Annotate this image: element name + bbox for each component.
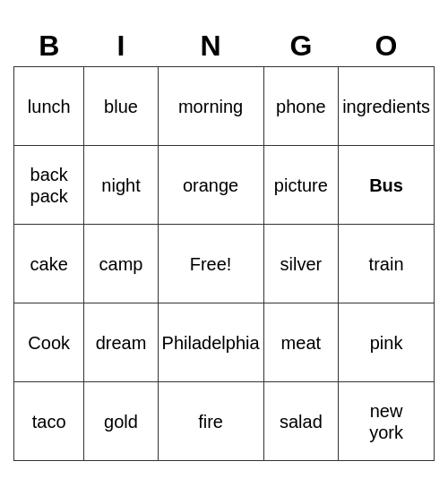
cell-r4-c3: salad — [263, 382, 339, 461]
cell-r1-c1: night — [84, 146, 158, 225]
bingo-row: CookdreamPhiladelphiameatpink — [14, 303, 435, 382]
cell-r4-c4: newyork — [339, 382, 435, 461]
cell-r4-c2: fire — [158, 382, 263, 461]
cell-r3-c0: Cook — [14, 303, 84, 382]
cell-r1-c4: Bus — [339, 146, 435, 225]
cell-r0-c3: phone — [263, 67, 339, 146]
bingo-row: lunchbluemorningphoneingredients — [14, 67, 435, 146]
cell-r2-c3: silver — [263, 225, 339, 303]
header-b: B — [14, 26, 84, 67]
cell-r2-c2: Free! — [158, 225, 263, 303]
header-n: N — [158, 26, 263, 67]
cell-r1-c0: backpack — [14, 146, 84, 225]
cell-r2-c1: camp — [84, 225, 158, 303]
bingo-body: lunchbluemorningphoneingredientsbackpack… — [14, 67, 435, 461]
cell-r0-c0: lunch — [14, 67, 84, 146]
cell-r2-c4: train — [339, 225, 435, 303]
cell-r3-c1: dream — [84, 303, 158, 382]
cell-r3-c3: meat — [263, 303, 339, 382]
header-g: G — [263, 26, 339, 67]
cell-r2-c0: cake — [14, 225, 84, 303]
cell-r3-c4: pink — [339, 303, 435, 382]
cell-r0-c2: morning — [158, 67, 263, 146]
cell-r1-c2: orange — [158, 146, 263, 225]
cell-r4-c0: taco — [14, 382, 84, 461]
header-i: I — [84, 26, 158, 67]
bingo-header-row: B I N G O — [14, 26, 435, 67]
bingo-row: backpacknightorangepictureBus — [14, 146, 435, 225]
cell-r4-c1: gold — [84, 382, 158, 461]
cell-r3-c2: Philadelphia — [158, 303, 263, 382]
bingo-row: tacogoldfiresaladnewyork — [14, 382, 435, 461]
bingo-card: B I N G O lunchbluemorningphoneingredien… — [13, 26, 435, 461]
cell-r0-c1: blue — [84, 67, 158, 146]
cell-r0-c4: ingredients — [339, 67, 435, 146]
header-o: O — [339, 26, 435, 67]
cell-r1-c3: picture — [263, 146, 339, 225]
bingo-row: cakecampFree!silvertrain — [14, 225, 435, 303]
